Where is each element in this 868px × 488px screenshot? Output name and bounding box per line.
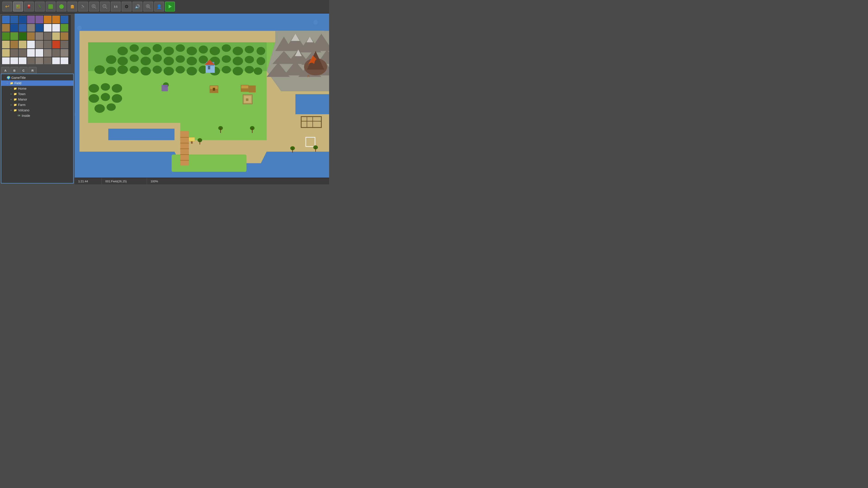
preview-button[interactable] xyxy=(143,2,153,11)
svg-point-47 xyxy=(141,57,151,65)
tile-32[interactable] xyxy=(2,49,10,57)
tile-31[interactable] xyxy=(60,40,68,48)
tile-13[interactable] xyxy=(43,24,52,32)
draw-button[interactable] xyxy=(13,2,23,11)
tile-22[interactable] xyxy=(52,32,60,40)
svg-point-77 xyxy=(101,93,110,101)
tile-38[interactable] xyxy=(52,49,60,57)
status-time: 1:21:44 xyxy=(74,178,102,184)
tile-1[interactable] xyxy=(10,15,18,24)
circle-button[interactable] xyxy=(57,2,66,11)
tile-21[interactable] xyxy=(43,32,52,40)
folder-icon-gametitle: 🌍 xyxy=(6,76,10,80)
settings-button[interactable]: ⚙ xyxy=(122,2,131,11)
svg-line-18 xyxy=(105,7,107,8)
tile-45[interactable] xyxy=(43,57,52,64)
tree-item-farm[interactable]: + 📁 Farm xyxy=(1,102,73,107)
tree-item-home[interactable]: − 📁 Home xyxy=(1,86,73,91)
undo-button[interactable]: ↩ xyxy=(2,2,12,11)
svg-marker-22 xyxy=(168,5,172,8)
svg-rect-4 xyxy=(28,7,30,7)
svg-point-51 xyxy=(186,57,197,65)
tile-35[interactable] xyxy=(27,49,35,57)
tile-23[interactable] xyxy=(60,32,68,40)
tile-26[interactable] xyxy=(19,40,27,48)
tile-11[interactable] xyxy=(27,24,35,32)
tile-47[interactable] xyxy=(60,57,68,64)
tile-10[interactable] xyxy=(19,24,27,32)
svg-rect-7 xyxy=(38,4,41,8)
tile-8[interactable] xyxy=(2,24,10,32)
stamp-button[interactable] xyxy=(24,2,34,11)
zoom-in-button[interactable] xyxy=(89,2,99,11)
tile-17[interactable] xyxy=(10,32,18,40)
tile-16[interactable] xyxy=(2,32,10,40)
status-position: 001:Field(26,15) xyxy=(102,178,147,184)
tile-44[interactable] xyxy=(35,57,43,64)
svg-point-69 xyxy=(222,66,231,73)
tile-7[interactable] xyxy=(60,15,68,24)
tile-14[interactable] xyxy=(52,24,60,32)
tree-label-field: Field xyxy=(14,81,21,85)
tree-item-inside[interactable]: 🗺 Inside xyxy=(1,113,73,119)
tile-5[interactable] xyxy=(43,15,52,24)
tile-36[interactable] xyxy=(35,49,43,57)
svg-point-37 xyxy=(186,46,197,55)
tab-r[interactable]: R xyxy=(29,67,37,74)
play-button[interactable] xyxy=(165,2,175,11)
tile-20[interactable] xyxy=(35,32,43,40)
tile-9[interactable] xyxy=(10,24,18,32)
tile-30[interactable] xyxy=(52,40,60,48)
tree-label-volcano: Volcano xyxy=(18,108,29,112)
svg-point-48 xyxy=(153,54,162,62)
tile-29[interactable] xyxy=(43,40,52,48)
tile-41[interactable] xyxy=(10,57,18,64)
tab-a[interactable]: A xyxy=(1,67,9,74)
tree-item-gametitle[interactable]: 🌍 GameTitle xyxy=(1,75,73,80)
svg-point-20 xyxy=(147,5,149,7)
audio-button[interactable]: 🔊 xyxy=(132,2,143,11)
tile-40[interactable] xyxy=(2,57,10,64)
expand-icon-home: − xyxy=(9,87,13,90)
tile-12[interactable] xyxy=(35,24,43,32)
position-display: 001:Field(26,15) xyxy=(105,180,127,183)
character-button[interactable]: 👤 xyxy=(154,2,164,11)
tile-37[interactable] xyxy=(43,49,52,57)
pipette-button[interactable] xyxy=(78,2,88,11)
tree-item-volcano[interactable]: + 📁 Volcano xyxy=(1,107,73,113)
tile-4[interactable] xyxy=(35,15,43,24)
tile-39[interactable] xyxy=(60,49,68,57)
tile-6[interactable] xyxy=(52,15,60,24)
tile-43[interactable] xyxy=(27,57,35,64)
tile-19[interactable] xyxy=(27,32,35,40)
tile-15[interactable] xyxy=(60,24,68,32)
tree-label-inside: Inside xyxy=(22,114,30,118)
tile-27[interactable] xyxy=(27,40,35,48)
tile-0[interactable] xyxy=(2,15,10,24)
bucket-button[interactable] xyxy=(67,2,77,11)
zoom-out-button[interactable] xyxy=(100,2,110,11)
tab-b[interactable]: B xyxy=(10,67,19,74)
tile-2[interactable] xyxy=(19,15,27,24)
zoom-reset-button[interactable]: 1:1 xyxy=(111,2,121,11)
svg-point-58 xyxy=(94,65,105,74)
tile-46[interactable] xyxy=(52,57,60,64)
tile-33[interactable] xyxy=(10,49,18,57)
tile-28[interactable] xyxy=(35,40,43,48)
tile-42[interactable] xyxy=(19,57,27,64)
tile-18[interactable] xyxy=(19,32,27,40)
tile-34[interactable] xyxy=(19,49,27,57)
tile-25[interactable] xyxy=(10,40,18,48)
pencil-button[interactable] xyxy=(35,2,45,11)
tile-24[interactable] xyxy=(2,40,10,48)
tree-item-field[interactable]: − 📁 Field xyxy=(1,80,73,86)
tab-c[interactable]: C xyxy=(20,67,28,74)
tile-3[interactable] xyxy=(27,15,35,24)
map-area[interactable]: 火 ⊞ xyxy=(74,13,329,177)
svg-point-62 xyxy=(141,67,151,75)
svg-point-63 xyxy=(153,66,162,74)
tree-item-town[interactable]: + 📁 Town xyxy=(1,91,73,97)
tree-label-home: Home xyxy=(18,87,26,90)
fill-button[interactable] xyxy=(46,2,56,11)
tree-item-manor[interactable]: + 📁 Manor xyxy=(1,97,73,102)
